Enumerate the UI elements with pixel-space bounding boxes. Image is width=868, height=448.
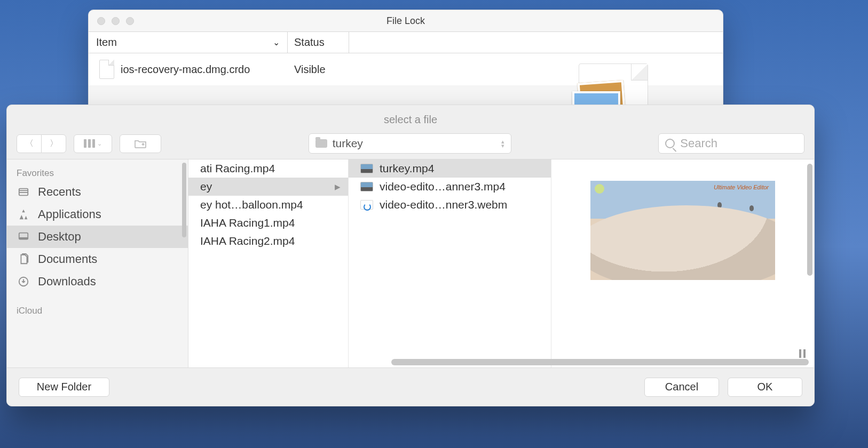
- list-item-label: ey hot…balloon.mp4: [200, 198, 303, 211]
- chevron-right-icon: ▸: [335, 180, 341, 193]
- column-headers: Item ⌄ Status: [89, 31, 723, 53]
- file-name: ios-recovery-mac.dmg.crdo: [121, 63, 250, 76]
- balloon-icon: [749, 205, 754, 211]
- column-status[interactable]: Status: [288, 32, 349, 53]
- back-button[interactable]: 〈: [17, 134, 42, 153]
- list-item[interactable]: turkey.mp4: [349, 159, 551, 178]
- list-item-label: video-edito…anner3.mp4: [380, 180, 506, 193]
- window-title: File Lock: [89, 15, 723, 27]
- video-icon: [360, 164, 373, 173]
- sidebar-item-desktop[interactable]: Desktop: [7, 226, 188, 248]
- column-item-label: Item: [96, 36, 117, 49]
- column-browser: ati Racing.mp4 ey▸ ey hot…balloon.mp4 IA…: [188, 159, 814, 367]
- list-item-label: IAHA Racing2.mp4: [200, 235, 295, 247]
- sidebar-item-recents[interactable]: Recents: [7, 181, 188, 203]
- open-file-dialog: select a file 〈 〉 ⌄ turkey ▴▾ Search Fav…: [6, 105, 815, 406]
- search-input[interactable]: Search: [658, 133, 804, 154]
- preview-pane: Ultimate Video Editor: [551, 159, 814, 367]
- desktop-icon: [17, 231, 30, 243]
- list-item-label: ati Racing.mp4: [200, 162, 275, 175]
- file-status: Visible: [288, 63, 349, 76]
- chevron-down-icon: ⌄: [97, 140, 102, 147]
- sidebar-heading-favorites: Favorites: [7, 165, 188, 181]
- video-icon: [360, 182, 373, 191]
- list-item[interactable]: ati Racing.mp4: [188, 159, 348, 178]
- nav-group: 〈 〉: [17, 134, 66, 153]
- location-label: turkey: [333, 137, 363, 150]
- column-item[interactable]: Item ⌄: [89, 32, 288, 53]
- view-mode-button[interactable]: ⌄: [74, 134, 112, 153]
- downloads-icon: [17, 276, 30, 287]
- dialog-title: select a file: [7, 105, 814, 130]
- stepper-icon: ▴▾: [501, 139, 504, 148]
- chevron-down-icon: ⌄: [273, 37, 280, 47]
- sidebar-item-applications[interactable]: Applications: [7, 203, 188, 226]
- sidebar-item-documents[interactable]: Documents: [7, 248, 188, 270]
- folder-plus-icon: [133, 139, 147, 148]
- balloon-icon: [717, 202, 722, 208]
- location-popup[interactable]: turkey ▴▾: [309, 133, 511, 154]
- folder-icon: [315, 139, 327, 148]
- list-item-label: turkey.mp4: [380, 162, 434, 175]
- dialog-footer: New Folder Cancel OK: [7, 367, 814, 406]
- pause-icon: [799, 349, 806, 358]
- sidebar: Favorites Recents Applications Desktop D…: [7, 159, 188, 367]
- preview-overlay-title: Ultimate Video Editor: [714, 184, 769, 190]
- list-item[interactable]: ey hot…balloon.mp4: [188, 196, 348, 214]
- recents-icon: [17, 186, 30, 198]
- badge-icon: [595, 184, 604, 194]
- svg-rect-4: [19, 237, 28, 239]
- list-item[interactable]: video-edito…nner3.webm: [349, 196, 551, 214]
- dialog-toolbar: 〈 〉 ⌄ turkey ▴▾ Search: [7, 130, 814, 159]
- new-folder-button[interactable]: New Folder: [19, 378, 109, 397]
- balloon-icon: [758, 218, 762, 224]
- list-item-label: video-edito…nner3.webm: [380, 198, 507, 211]
- scrollbar-thumb[interactable]: [182, 163, 186, 237]
- titlebar: File Lock: [89, 10, 723, 31]
- search-placeholder: Search: [680, 137, 717, 150]
- sidebar-item-label: Documents: [38, 252, 97, 266]
- list-item-label: ey: [200, 180, 212, 193]
- traffic-min-icon[interactable]: [112, 17, 120, 25]
- file-icon: [99, 60, 114, 79]
- scrollbar-thumb[interactable]: [807, 164, 812, 276]
- sidebar-heading-icloud: iCloud: [7, 293, 188, 318]
- applications-icon: [17, 209, 30, 220]
- group-button[interactable]: [120, 134, 161, 153]
- documents-icon: [17, 253, 30, 265]
- sidebar-item-downloads[interactable]: Downloads: [7, 270, 188, 293]
- horizontal-scrollbar[interactable]: [391, 359, 809, 365]
- sidebar-item-label: Recents: [38, 185, 81, 199]
- list-item[interactable]: ey▸: [188, 178, 348, 196]
- list-item[interactable]: video-edito…anner3.mp4: [349, 178, 551, 196]
- list-item[interactable]: IAHA Racing2.mp4: [188, 232, 348, 250]
- forward-button[interactable]: 〉: [41, 134, 66, 153]
- columns-icon: [84, 139, 95, 148]
- sidebar-item-label: Applications: [38, 207, 101, 221]
- webm-icon: [360, 200, 373, 210]
- sidebar-item-label: Downloads: [38, 275, 96, 289]
- column-2: turkey.mp4 video-edito…anner3.mp4 video-…: [349, 159, 551, 367]
- traffic-close-icon[interactable]: [97, 17, 105, 25]
- list-item[interactable]: IAHA Racing1.mp4: [188, 214, 348, 232]
- ok-button[interactable]: OK: [728, 378, 802, 397]
- preview-image: Ultimate Video Editor: [590, 181, 775, 280]
- chevron-right-icon: 〉: [50, 138, 58, 149]
- column-1: ati Racing.mp4 ey▸ ey hot…balloon.mp4 IA…: [188, 159, 349, 367]
- chevron-left-icon: 〈: [25, 138, 34, 149]
- search-icon: [665, 139, 675, 148]
- balloon-icon: [730, 212, 735, 218]
- list-item-label: IAHA Racing1.mp4: [200, 217, 295, 229]
- dialog-body: Favorites Recents Applications Desktop D…: [7, 159, 814, 367]
- sidebar-item-label: Desktop: [38, 230, 81, 244]
- traffic-max-icon[interactable]: [126, 17, 134, 25]
- cancel-button[interactable]: Cancel: [644, 378, 719, 397]
